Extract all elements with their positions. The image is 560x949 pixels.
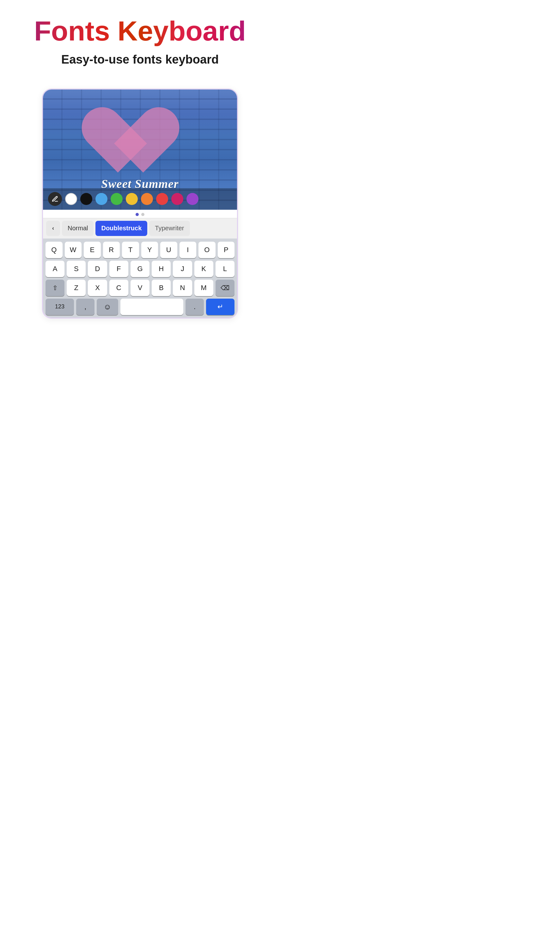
key-h[interactable]: H xyxy=(152,261,171,277)
font-selector-row: ‹ Normal Doublestruck Typewriter xyxy=(43,218,237,239)
color-purple[interactable] xyxy=(186,193,198,205)
heart-container xyxy=(102,109,178,179)
heart-shape xyxy=(102,109,178,179)
key-w[interactable]: W xyxy=(65,242,82,258)
font-chip-typewriter[interactable]: Typewriter xyxy=(149,221,189,236)
key-p[interactable]: P xyxy=(218,242,235,258)
key-g[interactable]: G xyxy=(131,261,149,277)
key-i[interactable]: I xyxy=(180,242,197,258)
key-return[interactable]: ↵ xyxy=(206,299,234,315)
key-emoji[interactable]: ☺ xyxy=(97,299,118,315)
key-t[interactable]: T xyxy=(122,242,139,258)
color-orange[interactable] xyxy=(141,193,153,205)
key-v[interactable]: V xyxy=(131,279,149,296)
color-yellow[interactable] xyxy=(126,193,138,205)
key-d[interactable]: D xyxy=(88,261,107,277)
phone-mockup: Sweet Summer ‹ Normal Dou xyxy=(42,89,238,319)
key-e[interactable]: E xyxy=(84,242,101,258)
key-123[interactable]: 123 xyxy=(46,299,74,315)
key-row-bottom: 123 , ☺ . ↵ xyxy=(46,299,234,315)
key-row-3: ⇧ Z X C V B N M ⌫ xyxy=(46,279,234,296)
back-button[interactable]: ‹ xyxy=(46,221,60,236)
key-c[interactable]: C xyxy=(109,279,128,296)
key-shift[interactable]: ⇧ xyxy=(46,279,65,296)
image-area: Sweet Summer xyxy=(43,89,237,210)
key-r[interactable]: R xyxy=(103,242,120,258)
header: Fonts Keyboard Easy-to-use fonts keyboar… xyxy=(0,0,280,82)
color-white[interactable] xyxy=(65,193,77,205)
font-chip-doublestruck[interactable]: Doublestruck xyxy=(95,221,147,236)
key-k[interactable]: K xyxy=(194,261,213,277)
key-s[interactable]: S xyxy=(67,261,86,277)
key-comma[interactable]: , xyxy=(76,299,94,315)
color-black[interactable] xyxy=(80,193,92,205)
color-green[interactable] xyxy=(111,193,123,205)
key-n[interactable]: N xyxy=(173,279,192,296)
key-backspace[interactable]: ⌫ xyxy=(215,279,234,296)
key-j[interactable]: J xyxy=(173,261,192,277)
app-subtitle: Easy-to-use fonts keyboard xyxy=(12,53,268,66)
pagination-dots xyxy=(43,210,237,218)
dot-1 xyxy=(135,213,139,216)
app-title: Fonts Keyboard xyxy=(12,16,268,46)
key-o[interactable]: O xyxy=(198,242,215,258)
color-red[interactable] xyxy=(156,193,168,205)
key-b[interactable]: B xyxy=(152,279,171,296)
font-chip-normal[interactable]: Normal xyxy=(62,221,94,236)
key-row-2: A S D F G H J K L xyxy=(46,261,234,277)
key-f[interactable]: F xyxy=(109,261,128,277)
dot-2 xyxy=(141,213,145,216)
color-pink[interactable] xyxy=(171,193,183,205)
key-x[interactable]: X xyxy=(88,279,107,296)
color-picker-row xyxy=(43,188,237,210)
key-m[interactable]: M xyxy=(194,279,213,296)
key-row-1: Q W E R T Y U I O P xyxy=(46,242,234,258)
key-q[interactable]: Q xyxy=(46,242,63,258)
keyboard-area: Q W E R T Y U I O P A S D F G H J K L ⇧ … xyxy=(43,239,237,318)
key-z[interactable]: Z xyxy=(67,279,86,296)
key-l[interactable]: L xyxy=(215,261,234,277)
color-blue[interactable] xyxy=(95,193,108,205)
key-a[interactable]: A xyxy=(46,261,65,277)
key-period[interactable]: . xyxy=(186,299,204,315)
key-y[interactable]: Y xyxy=(141,242,158,258)
pencil-button[interactable] xyxy=(48,192,62,206)
key-u[interactable]: U xyxy=(160,242,177,258)
key-space[interactable] xyxy=(120,299,183,315)
